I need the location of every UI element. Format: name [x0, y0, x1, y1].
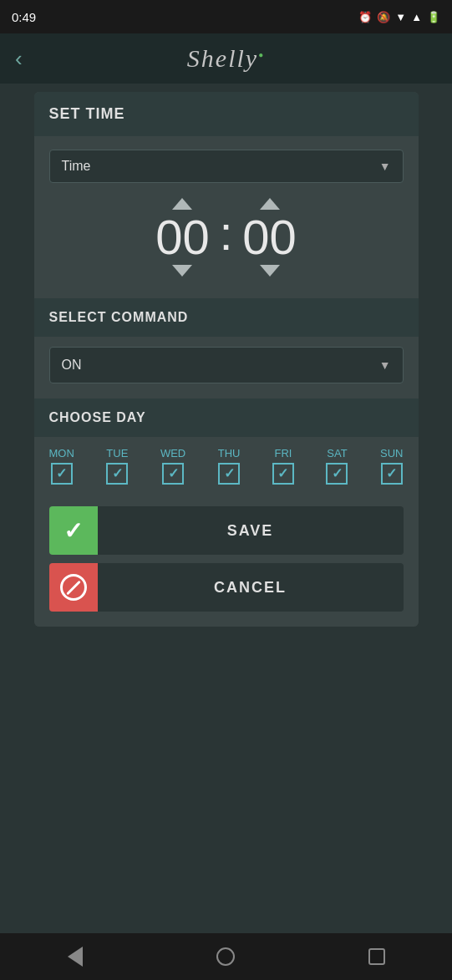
cancel-circle-icon [60, 574, 87, 601]
day-label-wed: WED [160, 447, 185, 460]
checkmark-icon: ✓ [63, 517, 83, 545]
time-type-dropdown[interactable]: Time ▼ [49, 150, 404, 183]
day-item-thu: THU✓ [218, 447, 241, 485]
time-type-selected: Time [62, 159, 91, 174]
minutes-column: 00 [236, 195, 303, 280]
day-label-fri: FRI [274, 447, 292, 460]
day-checkmark-thu: ✓ [224, 467, 235, 480]
choose-day-section: CHOOSE DAY [34, 399, 419, 437]
recent-nav-icon [368, 948, 385, 965]
home-nav-icon [216, 947, 235, 966]
silent-icon: 🔕 [377, 11, 390, 23]
signal-icon: ▲ [411, 11, 422, 23]
command-selected: ON [62, 358, 82, 373]
day-checkbox-thu[interactable]: ✓ [218, 463, 240, 485]
hours-display: 00 [149, 213, 216, 262]
battery-icon: 🔋 [427, 11, 440, 23]
wifi-icon: ▼ [395, 11, 406, 23]
time-picker-area: Time ▼ 00 : [34, 136, 419, 293]
set-time-section-header: SET TIME [34, 92, 419, 136]
select-command-section: SELECT COMMAND [34, 298, 419, 337]
minutes-down-button[interactable] [243, 262, 297, 280]
save-label: SAVE [227, 522, 274, 540]
hours-up-arrow-icon [172, 198, 192, 210]
time-separator: : [216, 205, 236, 261]
day-checkmark-wed: ✓ [168, 467, 179, 480]
day-item-sun: SUN✓ [380, 447, 403, 485]
command-arrow-icon: ▼ [379, 358, 391, 372]
cancel-button[interactable]: CANCEL [49, 563, 404, 612]
command-dropdown[interactable]: ON ▼ [49, 347, 404, 383]
day-checkbox-sun[interactable]: ✓ [381, 463, 403, 485]
bottom-nav-bar [0, 933, 452, 980]
command-dropdown-wrap: ON ▼ [34, 337, 419, 394]
back-nav-icon [68, 947, 83, 967]
day-checkmark-tue: ✓ [112, 467, 123, 480]
day-item-wed: WED✓ [160, 447, 185, 485]
hours-column: 00 [149, 195, 216, 280]
modal-card: SET TIME Time ▼ 00 [34, 92, 419, 627]
back-nav-button[interactable] [54, 936, 96, 977]
day-item-mon: MON✓ [49, 447, 74, 485]
day-checkmark-sun: ✓ [386, 467, 397, 480]
cancel-label: CANCEL [214, 579, 287, 597]
cancel-icon-bg [49, 563, 98, 612]
cancel-label-area: CANCEL [98, 563, 404, 612]
day-checkbox-tue[interactable]: ✓ [106, 463, 128, 485]
set-time-title: SET TIME [49, 105, 125, 122]
hours-down-button[interactable] [155, 262, 209, 280]
day-checkbox-mon[interactable]: ✓ [51, 463, 73, 485]
day-checkmark-sat: ✓ [332, 467, 343, 480]
day-checkboxes: MON✓TUE✓WED✓THU✓FRI✓SAT✓SUN✓ [34, 437, 419, 498]
select-command-title: SELECT COMMAND [49, 310, 189, 324]
day-label-sat: SAT [327, 447, 347, 460]
app-logo: Shelly● [187, 44, 265, 73]
day-label-mon: MON [49, 447, 74, 460]
choose-day-title: CHOOSE DAY [49, 410, 146, 424]
nav-bar: ‹ Shelly● [0, 33, 452, 84]
action-buttons: ✓ SAVE CANCEL [34, 498, 419, 627]
page-background: SET TIME Time ▼ 00 [0, 84, 452, 933]
time-control: 00 : 00 [49, 195, 404, 280]
minutes-down-arrow-icon [260, 265, 280, 277]
day-item-fri: FRI✓ [272, 447, 294, 485]
minutes-display: 00 [236, 213, 303, 262]
day-checkbox-wed[interactable]: ✓ [162, 463, 184, 485]
day-label-sun: SUN [380, 447, 403, 460]
alarm-icon: ⏰ [358, 11, 372, 23]
status-icons: ⏰ 🔕 ▼ ▲ 🔋 [358, 11, 440, 23]
day-item-sat: SAT✓ [326, 447, 348, 485]
status-time: 0:49 [12, 10, 36, 24]
day-checkbox-sat[interactable]: ✓ [326, 463, 348, 485]
day-label-tue: TUE [106, 447, 128, 460]
back-button[interactable]: ‹ [15, 46, 23, 72]
save-label-area: SAVE [98, 506, 404, 555]
minutes-up-arrow-icon [260, 198, 280, 210]
day-checkmark-mon: ✓ [56, 467, 67, 480]
hours-down-arrow-icon [172, 265, 192, 277]
save-icon-bg: ✓ [49, 506, 98, 555]
status-bar: 0:49 ⏰ 🔕 ▼ ▲ 🔋 [0, 0, 452, 33]
day-item-tue: TUE✓ [106, 447, 128, 485]
home-nav-button[interactable] [205, 936, 246, 977]
save-button[interactable]: ✓ SAVE [49, 506, 404, 555]
recent-nav-button[interactable] [356, 936, 398, 977]
day-checkbox-fri[interactable]: ✓ [272, 463, 294, 485]
day-label-thu: THU [218, 447, 241, 460]
day-checkmark-fri: ✓ [277, 467, 288, 480]
time-type-arrow-icon: ▼ [379, 160, 391, 173]
